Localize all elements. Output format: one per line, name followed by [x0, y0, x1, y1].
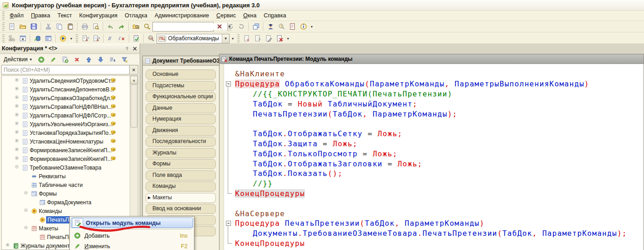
options-window-button[interactable]	[43, 33, 53, 43]
doc-tab[interactable]: Движения	[146, 126, 216, 136]
code-editor[interactable]: &НаКлиенте−Процедура ОбработкаКоманды(Па…	[224, 64, 644, 250]
expand-icon[interactable]	[14, 113, 21, 118]
toolbar-grip[interactable]	[237, 34, 240, 43]
move-up-button[interactable]	[84, 55, 94, 64]
collapse-icon[interactable]	[23, 191, 30, 196]
tree-item[interactable]: ФормированиеЗаписейКнигиП...	[2, 146, 130, 154]
search-clear-button[interactable]	[130, 65, 138, 74]
menu-windows[interactable]: Окна	[240, 11, 260, 20]
uncomment-lines-button[interactable]: /	[116, 33, 127, 43]
syntax-assistant-button[interactable]	[265, 21, 276, 32]
doc-tab[interactable]: Ввод на основании	[146, 204, 216, 214]
collapse-icon[interactable]	[23, 226, 30, 231]
update-database-button[interactable]	[32, 33, 42, 43]
expand-icon[interactable]	[14, 139, 21, 144]
add-button[interactable]	[37, 55, 46, 64]
doc-tab[interactable]: Последовательности	[146, 137, 216, 147]
toolbar-grip[interactable]	[2, 22, 5, 31]
breakpoint-margin[interactable]	[220, 64, 224, 250]
collapse-icon[interactable]	[14, 165, 21, 170]
menu-debug[interactable]: Отладка	[121, 11, 151, 20]
context-menu-item-selected[interactable]: Открыть модуль команды	[71, 218, 193, 228]
menu-help[interactable]: Справка	[260, 11, 290, 20]
scrollbar-up-arrow[interactable]: ▲	[130, 76, 138, 84]
format-document-button[interactable]: АБ	[80, 33, 90, 43]
template-help-button[interactable]: ?	[252, 33, 263, 43]
close-icon[interactable]	[132, 46, 138, 52]
print-preview-button[interactable]	[90, 21, 101, 32]
menubar-grip[interactable]	[2, 11, 5, 20]
menu-text[interactable]: Текст	[54, 11, 75, 20]
tree-item[interactable]: УдалитьСписаниеДепонентовВ...	[2, 85, 130, 94]
start-debug-button[interactable]	[58, 33, 68, 43]
copy-button[interactable]	[54, 21, 64, 32]
tree-item[interactable]: Реквизиты	[2, 172, 130, 181]
toolbar-overflow-chevron-icon[interactable]: ▾	[309, 25, 314, 29]
expand-icon[interactable]	[14, 87, 21, 92]
cut-button[interactable]	[43, 21, 53, 32]
toolbar-grip[interactable]	[76, 34, 78, 43]
doc-tab-selected[interactable]: ▶Макеты	[146, 193, 216, 203]
menu-edit[interactable]: Правка	[27, 11, 54, 20]
expand-icon[interactable]	[14, 122, 21, 127]
doc-tab[interactable]: Поле ввода	[146, 170, 216, 181]
tree-item[interactable]: ТребованиеОЗаменеТовара	[2, 163, 130, 172]
close-window-button[interactable]	[17, 33, 28, 43]
tree-item[interactable]: Команды	[2, 207, 130, 215]
expand-icon[interactable]	[14, 96, 21, 101]
context-menu-item[interactable]: ДобавитьIns	[71, 230, 193, 241]
combo-dropdown-arrow-icon[interactable]: ▼	[222, 34, 229, 43]
template-new-button[interactable]	[241, 33, 252, 43]
toolbar-overflow-chevron-icon[interactable]: ▾	[230, 37, 236, 41]
actions-menu-button[interactable]: Действия ▼	[2, 55, 34, 64]
find-button[interactable]	[141, 21, 152, 32]
expand-icon[interactable]	[14, 148, 21, 153]
paste-button[interactable]	[65, 21, 75, 32]
template-delete-button[interactable]	[274, 33, 285, 43]
doc-tab[interactable]: Формы	[146, 159, 216, 169]
open-button[interactable]	[17, 21, 28, 32]
doc-tab[interactable]: Функциональные опции	[146, 92, 216, 102]
quick-search-combobox[interactable]: ▼	[152, 22, 214, 32]
find-prev-button[interactable]	[236, 21, 246, 32]
fold-collapse-icon[interactable]: −	[224, 79, 235, 89]
sort-order-button[interactable]	[108, 55, 117, 64]
menu-administration[interactable]: Администрирование	[151, 11, 213, 20]
menu-file[interactable]: Файл	[6, 11, 27, 20]
menu-service[interactable]: Сервис	[213, 11, 240, 20]
doc-tab[interactable]: Нумерация	[146, 114, 216, 124]
save-button[interactable]	[28, 21, 39, 32]
doc-tab[interactable]: Подсистемы	[146, 81, 216, 91]
toolbar-overflow-chevron-icon[interactable]: ▾	[68, 37, 74, 41]
help-contents-button[interactable]	[287, 21, 298, 32]
move-down-button[interactable]	[96, 55, 105, 64]
context-menu-item[interactable]: ИзменитьF2	[71, 241, 193, 250]
doc-tab[interactable]: Команды	[146, 181, 216, 191]
template-edit-button[interactable]	[263, 33, 274, 43]
tree-item[interactable]: ФормаДокумента	[2, 198, 130, 207]
window-structure-button[interactable]	[6, 33, 17, 43]
context-help-button[interactable]: ?	[276, 21, 287, 32]
undo-button[interactable]	[105, 21, 115, 32]
tree-item[interactable]: Табличные части	[2, 181, 130, 189]
doc-tab[interactable]: Журналы	[146, 148, 216, 158]
pin-icon[interactable]	[124, 46, 130, 52]
windows-copy-button[interactable]	[251, 21, 261, 32]
tree-item[interactable]: УстановкаЦенНоменклатуры	[2, 137, 130, 146]
tree-item[interactable]: УдалитьСправкаПоНДФЛВНал...	[2, 102, 130, 111]
goto-procedure-button[interactable]: прц	[146, 33, 156, 43]
tree-item[interactable]: УдалитьСправкаПоНДФЛСотр...	[2, 111, 130, 120]
find-next-button[interactable]	[225, 21, 236, 32]
fold-collapse-icon[interactable]: −	[224, 218, 235, 229]
tree-item[interactable]: УдалитьСведенияОТрудовомСт...	[2, 76, 130, 85]
redo-button[interactable]	[116, 21, 126, 32]
procedure-combobox[interactable]: ПЦОбработкаКоманды▼	[157, 34, 230, 43]
scrollbar-thumb[interactable]	[131, 85, 137, 128]
expand-icon[interactable]	[14, 78, 21, 83]
toolbar-grip[interactable]	[2, 34, 5, 43]
expand-icon[interactable]	[14, 130, 21, 135]
print-button[interactable]	[79, 21, 90, 32]
doc-tab[interactable]: Данные	[146, 103, 216, 113]
filter-button[interactable]	[120, 55, 129, 64]
edit-pencil-button[interactable]	[48, 55, 58, 64]
